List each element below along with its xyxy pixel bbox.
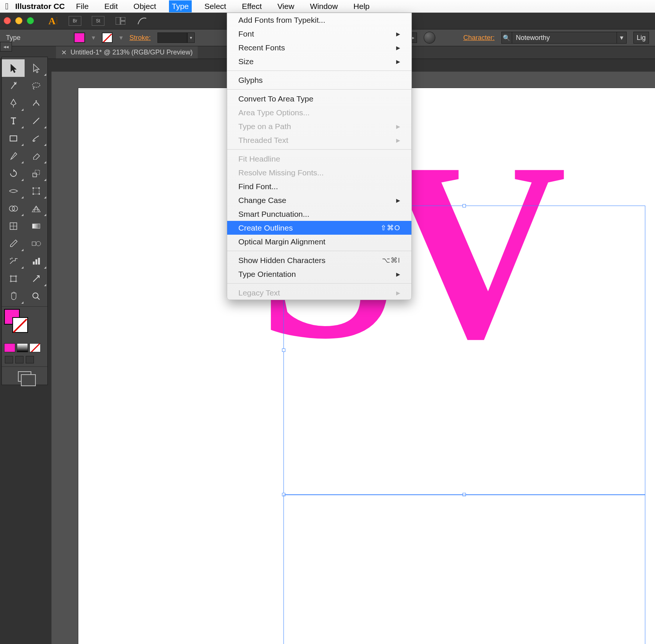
- menu-item-convert-area-type[interactable]: Convert To Area Type: [227, 92, 411, 106]
- window-close[interactable]: [4, 17, 11, 24]
- eyedropper-tool[interactable]: [2, 235, 25, 252]
- stock-button[interactable]: St: [92, 16, 104, 26]
- menu-item-recent-fonts[interactable]: Recent Fonts▶: [227, 41, 411, 54]
- stroke-color-icon[interactable]: [12, 317, 28, 333]
- menu-item-add-fonts[interactable]: Add Fonts from Typekit...: [227, 13, 411, 27]
- eraser-tool[interactable]: [25, 147, 47, 165]
- perspective-grid-tool[interactable]: [25, 200, 47, 217]
- symbol-sprayer-tool[interactable]: [2, 252, 25, 270]
- document-tab[interactable]: ✕ Untitled-1* @ 213% (RGB/GPU Preview): [56, 46, 198, 59]
- menu-type[interactable]: Type: [169, 0, 192, 12]
- column-graph-tool[interactable]: [25, 252, 47, 270]
- svg-rect-20: [32, 242, 36, 246]
- menu-effect[interactable]: Effect: [239, 0, 264, 12]
- fill-swatch[interactable]: [74, 32, 85, 43]
- submenu-arrow-icon: ▶: [396, 59, 400, 65]
- fill-stroke-control[interactable]: [4, 309, 27, 331]
- menu-item-type-orientation[interactable]: Type Orientation▶: [227, 267, 411, 281]
- menu-item-optical-margin[interactable]: Optical Margin Alignment: [227, 235, 411, 248]
- artboard-tool[interactable]: [2, 270, 25, 287]
- app-name[interactable]: Illustrator CC: [15, 2, 65, 11]
- svg-rect-27: [11, 276, 16, 281]
- menu-window[interactable]: Window: [307, 0, 341, 12]
- slice-tool[interactable]: [25, 270, 47, 287]
- text-frame-extension[interactable]: [283, 495, 645, 644]
- document-tab-title: Untitled-1* @ 213% (RGB/GPU Preview): [70, 49, 192, 56]
- bridge-button[interactable]: Br: [69, 16, 81, 26]
- lasso-tool[interactable]: [25, 77, 47, 94]
- gradient-tool[interactable]: [25, 217, 47, 235]
- stroke-weight-input[interactable]: [157, 32, 187, 43]
- hand-tool[interactable]: [2, 287, 25, 305]
- free-transform-tool[interactable]: [25, 182, 47, 200]
- font-family-dropdown[interactable]: 🔍 Noteworthy ▾: [501, 32, 627, 44]
- character-panel-link[interactable]: Character:: [463, 34, 495, 42]
- mac-menubar:  Illustrator CC File Edit Object Type S…: [0, 0, 655, 13]
- selection-tool[interactable]: [2, 59, 25, 77]
- menu-edit[interactable]: Edit: [101, 0, 121, 12]
- width-tool[interactable]: [2, 182, 25, 200]
- pen-tool[interactable]: [2, 94, 25, 112]
- draw-normal-icon[interactable]: [5, 356, 13, 363]
- svg-rect-24: [33, 262, 35, 265]
- none-mode-icon[interactable]: [29, 343, 41, 352]
- submenu-arrow-icon: ▶: [396, 45, 400, 51]
- menu-item-show-hidden-chars[interactable]: Show Hidden Characters⌥⌘I: [227, 253, 411, 267]
- arrange-documents-icon[interactable]: [115, 16, 126, 26]
- menu-item-resolve-fonts: Resolve Missing Fonts...: [227, 166, 411, 179]
- svg-point-12: [32, 193, 34, 195]
- menu-item-fit-headline: Fit Headline: [227, 152, 411, 166]
- svg-rect-25: [35, 259, 37, 265]
- selection-type-label: Type: [6, 34, 21, 42]
- menu-select[interactable]: Select: [201, 0, 229, 12]
- draw-behind-icon[interactable]: [15, 356, 23, 363]
- screen-mode-button[interactable]: [2, 368, 47, 385]
- svg-point-13: [38, 193, 40, 195]
- color-mode-icon[interactable]: [4, 343, 15, 352]
- menu-item-size[interactable]: Size▶: [227, 54, 411, 68]
- keyboard-shortcut: ⌥⌘I: [382, 256, 400, 265]
- menu-file[interactable]: File: [73, 0, 92, 12]
- stroke-weight-dropdown[interactable]: ▾: [187, 32, 195, 43]
- direct-selection-tool[interactable]: [25, 59, 47, 77]
- menu-item-legacy-text: Legacy Text▶: [227, 286, 411, 300]
- svg-line-37: [37, 297, 40, 300]
- menu-item-smart-punctuation[interactable]: Smart Punctuation...: [227, 207, 411, 221]
- draw-inside-icon[interactable]: [26, 356, 34, 363]
- pencil-tool[interactable]: [2, 147, 25, 165]
- menu-help[interactable]: Help: [351, 0, 373, 12]
- blend-tool[interactable]: [25, 235, 47, 252]
- type-tool[interactable]: [2, 112, 25, 129]
- stroke-panel-link[interactable]: Stroke:: [129, 34, 151, 42]
- recolor-artwork-icon[interactable]: [424, 32, 435, 44]
- menu-object[interactable]: Object: [131, 0, 159, 12]
- paintbrush-tool[interactable]: [25, 129, 47, 147]
- apple-icon[interactable]: : [5, 1, 9, 12]
- rotate-tool[interactable]: [2, 165, 25, 182]
- close-tab-icon[interactable]: ✕: [61, 49, 67, 57]
- rectangle-tool[interactable]: [2, 129, 25, 147]
- menu-view[interactable]: View: [275, 0, 297, 12]
- zoom-tool[interactable]: [25, 287, 47, 305]
- menu-item-font[interactable]: Font▶: [227, 27, 411, 41]
- gpu-preview-icon[interactable]: [137, 16, 148, 26]
- menu-item-create-outlines[interactable]: Create Outlines⇧⌘O: [227, 221, 411, 235]
- gradient-mode-icon[interactable]: [17, 343, 28, 352]
- selection-handle[interactable]: [463, 204, 466, 207]
- magic-wand-tool[interactable]: [2, 77, 25, 94]
- menu-item-find-font[interactable]: Find Font...: [227, 179, 411, 193]
- mesh-tool[interactable]: [2, 217, 25, 235]
- line-segment-tool[interactable]: [25, 112, 47, 129]
- selection-handle[interactable]: [282, 348, 285, 352]
- stroke-swatch[interactable]: [102, 32, 113, 43]
- menu-item-glyphs[interactable]: Glyphs: [227, 73, 411, 87]
- scale-tool[interactable]: [25, 165, 47, 182]
- submenu-arrow-icon: ▶: [396, 290, 400, 296]
- menu-item-change-case[interactable]: Change Case▶: [227, 193, 411, 207]
- collapsed-panel-tab[interactable]: ◂◂: [0, 42, 12, 51]
- shape-builder-tool[interactable]: [2, 200, 25, 217]
- curvature-tool[interactable]: [25, 94, 47, 112]
- font-style-dropdown[interactable]: Lig: [633, 32, 649, 44]
- window-minimize[interactable]: [15, 17, 22, 24]
- window-zoom[interactable]: [27, 17, 34, 24]
